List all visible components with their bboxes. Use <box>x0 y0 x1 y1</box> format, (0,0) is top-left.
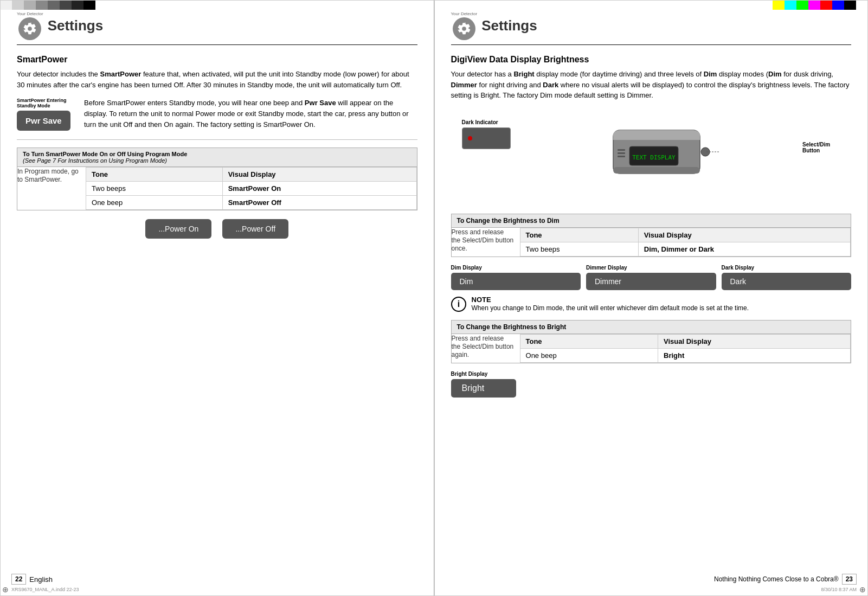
smartpower-body-text1: Your detector includes the <box>17 70 100 78</box>
dv-dim-bold: Dim <box>704 70 717 78</box>
dim-visual-bold: Dim, Dimmer or Dark <box>644 245 714 253</box>
dv-dimmer-bold: Dimmer <box>451 81 477 89</box>
dim-item-button: Dim <box>451 273 581 290</box>
change-dim-table-wrapper: Press and release the Select/Dim button … <box>452 228 851 257</box>
dim-display-item: Dim DisplayDim <box>451 265 581 290</box>
change-bright-col-left: Press and release the Select/Dim button … <box>452 334 515 358</box>
table-header-row2: (See Page 7 For Instructions on Using Pr… <box>23 157 412 164</box>
row-visual: SmartPower Off <box>222 196 416 210</box>
smartpower-bold: SmartPower <box>100 70 141 78</box>
dim-display-item: Dark DisplayDark <box>722 265 852 290</box>
svg-point-5 <box>701 148 710 156</box>
footer-left: 22 English <box>11 574 53 585</box>
right-page: Your Detector Settings DigiView Data Dis… <box>434 0 869 596</box>
dark-indicator-block: Dark Indicator <box>462 119 511 149</box>
footer-right: Nothing Nothing Comes Close to a Cobra® … <box>714 574 857 585</box>
dim-display-row: Dim DisplayDimDimmer DisplayDimmerDark D… <box>451 265 852 290</box>
bright-col-tone: Tone <box>520 335 658 349</box>
page-num-left: 22 <box>11 574 26 585</box>
left-header: Your Detector Settings <box>17 11 417 45</box>
dark-indicator-box <box>462 127 511 149</box>
change-bright-desc: Press and release the Select/Dim button … <box>452 335 514 358</box>
svg-rect-9 <box>613 167 700 174</box>
bright-table-row: One beep Bright <box>520 349 850 363</box>
right-your-detector-label: Your Detector <box>451 11 478 16</box>
change-dim-desc-text: Press and release the Select/Dim button … <box>452 228 514 252</box>
svg-text:i: i <box>457 299 459 309</box>
dim-table-row: Two beeps Dim, Dimmer or Dark <box>520 242 850 256</box>
bright-row-visual: Bright <box>658 349 851 363</box>
change-bright-table: To Change the Brightness to Bright Press… <box>451 320 852 363</box>
dv-body3: display modes ( <box>717 70 768 78</box>
change-bright-inner-table: Tone Visual Display One beep Bright <box>520 334 851 363</box>
standby-label-block: SmartPower Entering Standby Mode Pwr Sav… <box>17 98 76 131</box>
mode-table-header: To Turn SmartPower Mode On or Off Using … <box>17 148 417 167</box>
dim-item-button: Dimmer <box>586 273 716 290</box>
dv-body4: for dusk driving, <box>782 70 833 78</box>
svg-rect-6 <box>618 149 625 151</box>
page-num-right: 23 <box>842 574 857 585</box>
dv-body5: for night driving and <box>477 81 543 89</box>
note-title: NOTE <box>472 296 749 304</box>
smartpower-body: Your detector includes the SmartPower fe… <box>17 69 417 90</box>
bright-col-visual: Visual Display <box>658 335 851 349</box>
note-content: NOTE When you change to Dim mode, the un… <box>472 296 749 313</box>
table-wrapper: In Program mode, go to SmartPower. Tone … <box>17 167 417 210</box>
table-row: Two beepsSmartPower On <box>86 182 416 196</box>
dim-col-visual: Visual Display <box>638 228 850 242</box>
file-label: XRS9670_MANL_A.indd 22-23 <box>11 587 79 592</box>
dim-col-tone: Tone <box>520 228 638 242</box>
dv-bright-bold: Bright <box>513 70 534 78</box>
table-header-row1: To Turn SmartPower Mode On or Off Using … <box>23 151 412 157</box>
divider1 <box>17 139 417 140</box>
bright-display-label: Bright Display <box>451 371 852 377</box>
svg-rect-8 <box>618 156 625 157</box>
dim-item-label: Dimmer Display <box>586 265 716 271</box>
col-tone-header: Tone <box>86 168 223 182</box>
dark-indicator-label: Dark Indicator <box>462 119 511 125</box>
col-visual-header: Visual Display <box>222 168 416 182</box>
row-tone: One beep <box>86 196 223 210</box>
svg-rect-2 <box>613 136 700 140</box>
right-settings-icon <box>453 17 475 40</box>
device-image-area: Dark Indicator TEXT DISPLAY <box>451 108 852 206</box>
table-row: One beepSmartPower Off <box>86 196 416 210</box>
right-header-icon-wrapper: Your Detector <box>451 11 478 40</box>
dim-item-label: Dark Display <box>722 265 852 271</box>
change-dim-header: To Change the Brightness to Dim <box>452 214 851 228</box>
detector-device: TEXT DISPLAY <box>581 119 722 195</box>
left-page: Your Detector Settings SmartPower Your d… <box>0 0 434 596</box>
language-label: English <box>29 575 53 584</box>
dark-indicator-dot <box>468 136 472 140</box>
dv-body2: display mode (for daytime driving) and t… <box>535 70 704 78</box>
dim-item-label: Dim Display <box>451 265 581 271</box>
note-box: i NOTE When you change to Dim mode, the … <box>451 296 852 313</box>
dv-body1: Your detector has a <box>451 70 514 78</box>
select-dim-label: Select/Dim Button <box>802 142 846 153</box>
note-text: When you change to Dim mode, the unit wi… <box>472 304 749 313</box>
dim-row-visual: Dim, Dimmer or Dark <box>638 242 850 256</box>
change-bright-table-wrapper: Press and release the Select/Dim button … <box>452 334 851 363</box>
left-your-detector-label: Your Detector <box>17 11 43 16</box>
comes-close-label: Nothing Comes Close to a Cobra® <box>738 575 839 583</box>
row-tone: Two beeps <box>86 182 223 196</box>
table-col-left-text: In Program mode, go to SmartPower. <box>17 168 79 183</box>
gear-icon-left <box>23 22 37 36</box>
standby-pwr-bold: Pwr Save <box>305 99 336 107</box>
svg-text:TEXT DISPLAY: TEXT DISPLAY <box>632 154 676 161</box>
pwr-save-button: Pwr Save <box>17 111 70 131</box>
smartpower-table: To Turn SmartPower Mode On or Off Using … <box>17 148 417 210</box>
dim-item-button: Dark <box>722 273 852 290</box>
left-header-icon-wrapper: Your Detector <box>17 11 43 40</box>
bright-row-tone: One beep <box>520 349 658 363</box>
change-bright-desc-text: Press and release the Select/Dim button … <box>452 335 514 358</box>
table-col-left: In Program mode, go to SmartPower. <box>17 167 80 183</box>
bright-display-block: Bright Display Bright <box>451 371 852 398</box>
bright-visual-bold: Bright <box>664 351 684 360</box>
change-dim-col-left: Press and release the Select/Dim button … <box>452 228 515 252</box>
smartpower-inner-table: Tone Visual Display Two beepsSmartPower … <box>86 167 416 210</box>
note-icon: i <box>451 297 466 312</box>
change-dim-inner-table: Tone Visual Display Two beeps Dim, Dimme… <box>520 228 851 257</box>
change-bright-header: To Change the Brightness to Bright <box>452 321 851 334</box>
right-settings-title: Settings <box>481 17 537 34</box>
